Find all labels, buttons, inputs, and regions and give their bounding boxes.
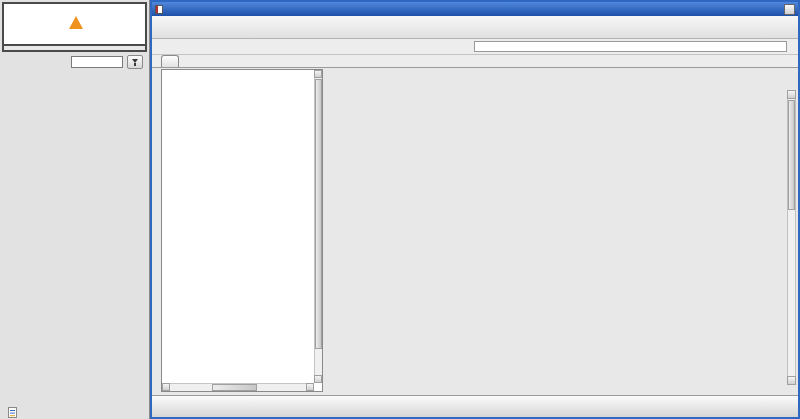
scroll-right-icon[interactable] — [306, 383, 314, 391]
logo-wordmark — [69, 16, 80, 29]
document-icon[interactable] — [8, 407, 17, 418]
scroll-up-icon[interactable] — [314, 70, 322, 78]
accounts-tree-panel — [161, 69, 323, 392]
filter-row — [0, 52, 149, 72]
close-button[interactable] — [784, 4, 795, 15]
accounts-grid-panel — [330, 68, 796, 395]
scroll-down-icon[interactable] — [787, 376, 796, 385]
user-label — [4, 44, 145, 50]
accounts-table — [330, 90, 787, 100]
description-input[interactable] — [474, 41, 787, 52]
filter-input[interactable] — [71, 56, 123, 68]
content-area — [152, 68, 798, 395]
tab-strip — [152, 55, 798, 68]
grid-vscroll-thumb[interactable] — [788, 100, 795, 210]
tree-vscroll-thumb[interactable] — [315, 79, 322, 349]
window-titlebar — [152, 2, 798, 16]
filter-button[interactable] — [127, 55, 143, 69]
funnel-stem — [134, 63, 136, 66]
tab-cuentas[interactable] — [161, 55, 179, 67]
apertura-logo — [4, 4, 145, 44]
logo-panel — [2, 2, 147, 52]
grid-header — [330, 90, 787, 100]
scroll-up-icon[interactable] — [787, 90, 796, 99]
scroll-down-icon[interactable] — [314, 375, 322, 383]
window-icon — [155, 5, 163, 14]
description-row — [152, 39, 798, 55]
grid-vertical-scrollbar[interactable] — [787, 90, 796, 385]
tree-hscroll-thumb[interactable] — [212, 384, 257, 391]
main-toolbar — [152, 16, 798, 39]
logo-a-icon — [69, 16, 83, 29]
tree-horizontal-scrollbar[interactable] — [162, 383, 314, 391]
taskbar — [152, 395, 798, 417]
tree-vertical-scrollbar[interactable] — [314, 70, 322, 383]
scroll-left-icon[interactable] — [162, 383, 170, 391]
main-window — [150, 0, 800, 419]
sidebar — [0, 0, 150, 419]
tree-rows — [163, 71, 313, 382]
sidebar-spacer — [0, 72, 149, 401]
sidebar-footer — [0, 401, 149, 419]
